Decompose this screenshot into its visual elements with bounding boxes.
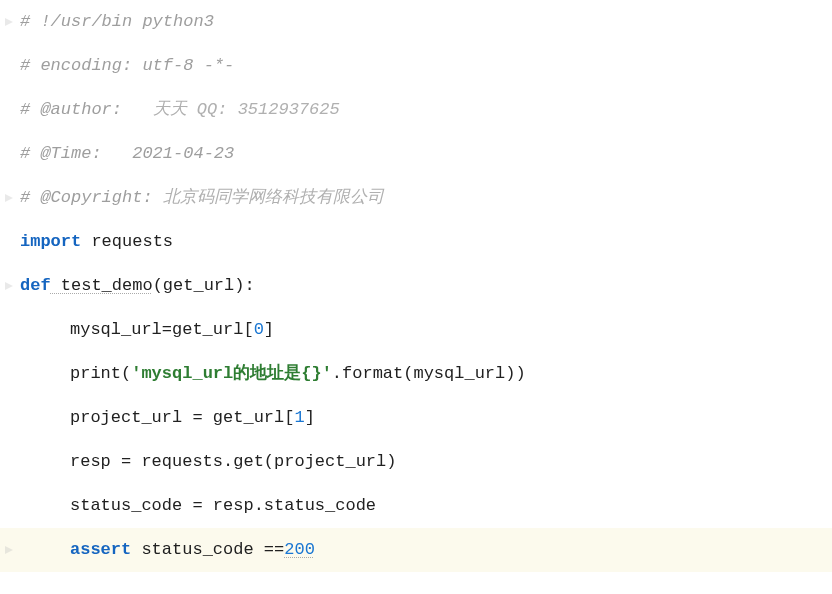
- code-line[interactable]: mysql_url=get_url[0]: [0, 308, 832, 352]
- code-line[interactable]: print('mysql_url的地址是{}'.format(mysql_url…: [0, 352, 832, 396]
- comment-copyright-value: 北京码同学网络科技有限公司: [163, 188, 384, 207]
- code-text: ]: [264, 320, 274, 339]
- function-name: test_demo: [51, 276, 153, 295]
- fold-icon: [5, 18, 13, 26]
- keyword-import: import: [20, 232, 81, 251]
- code-text: mysql_url=get_url[: [70, 320, 254, 339]
- keyword-def: def: [20, 276, 51, 295]
- code-line[interactable]: # !/usr/bin python3: [0, 0, 832, 44]
- code-line[interactable]: # @author: 天天 QQ: 3512937625: [0, 88, 832, 132]
- code-text: status_code ==: [131, 540, 284, 559]
- number-literal: 1: [294, 408, 304, 427]
- fold-icon: [5, 282, 13, 290]
- code-line-active[interactable]: assert status_code ==200: [0, 528, 832, 572]
- comment-time-label: # @Time:: [20, 144, 132, 163]
- code-line[interactable]: resp = requests.get(project_url): [0, 440, 832, 484]
- fold-icon: [5, 194, 13, 202]
- code-text: .format(mysql_url)): [332, 364, 526, 383]
- gutter: [0, 194, 18, 202]
- comment-time-value: 2021-04-23: [132, 144, 234, 163]
- code-text: ]: [305, 408, 315, 427]
- module-name: requests: [81, 232, 173, 251]
- comment-author-label: # @author:: [20, 100, 153, 119]
- comment-copyright-label: # @Copyright:: [20, 188, 163, 207]
- function-args: (get_url):: [153, 276, 255, 295]
- comment-encoding: # encoding: utf-8 -*-: [20, 56, 234, 75]
- builtin-print: print(: [70, 364, 131, 383]
- number-literal: 0: [254, 320, 264, 339]
- comment-shebang: # !/usr/bin python3: [20, 12, 214, 31]
- fold-icon: [5, 546, 13, 554]
- code-line[interactable]: project_url = get_url[1]: [0, 396, 832, 440]
- keyword-assert: assert: [70, 540, 131, 559]
- code-line[interactable]: # @Time: 2021-04-23: [0, 132, 832, 176]
- code-text: status_code = resp.status_code: [70, 496, 376, 515]
- code-editor[interactable]: # !/usr/bin python3 # encoding: utf-8 -*…: [0, 0, 832, 572]
- string-literal: 'mysql_url的地址是{}': [131, 364, 332, 383]
- code-line[interactable]: def test_demo(get_url):: [0, 264, 832, 308]
- code-line[interactable]: # @Copyright: 北京码同学网络科技有限公司: [0, 176, 832, 220]
- gutter: [0, 282, 18, 290]
- code-line[interactable]: import requests: [0, 220, 832, 264]
- gutter: [0, 546, 18, 554]
- number-literal: 200: [284, 540, 315, 559]
- code-line[interactable]: status_code = resp.status_code: [0, 484, 832, 528]
- code-line[interactable]: # encoding: utf-8 -*-: [0, 44, 832, 88]
- gutter: [0, 18, 18, 26]
- code-text: project_url = get_url[: [70, 408, 294, 427]
- comment-author-value: 天天 QQ: 3512937625: [153, 100, 340, 119]
- code-text: resp = requests.get(project_url): [70, 452, 396, 471]
